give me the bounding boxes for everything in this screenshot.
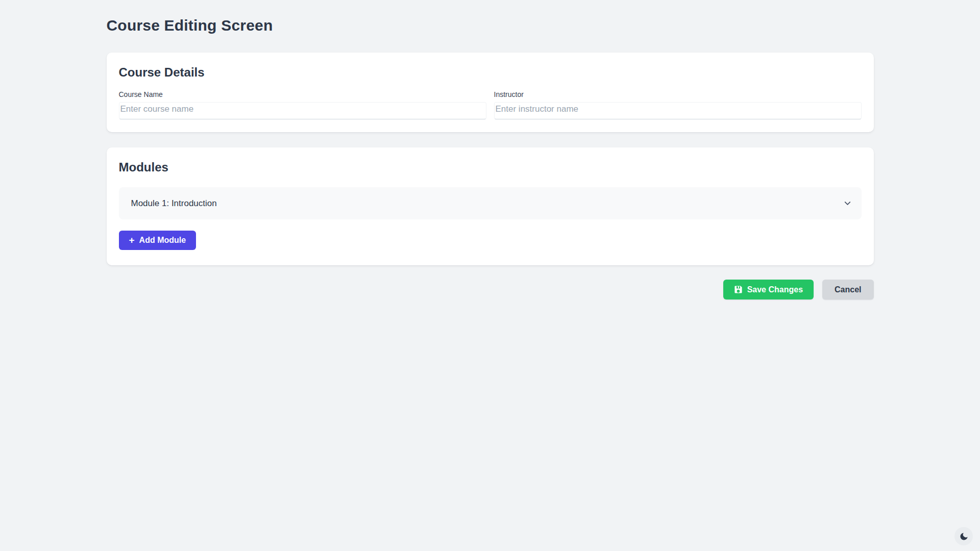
course-name-label: Course Name [119, 90, 486, 98]
main-content: Course Editing Screen Course Details Cou… [107, 0, 874, 265]
theme-toggle-button[interactable] [954, 527, 973, 545]
instructor-label: Instructor [494, 90, 862, 98]
save-icon [734, 285, 743, 294]
cancel-button[interactable]: Cancel [822, 280, 873, 299]
moon-icon [959, 532, 969, 541]
add-module-button[interactable]: + Add Module [119, 231, 197, 250]
course-details-card: Course Details Course Name Instructor [107, 53, 874, 132]
save-changes-label: Save Changes [747, 285, 803, 294]
instructor-field-group: Instructor [494, 90, 862, 119]
course-details-heading: Course Details [119, 65, 862, 80]
modules-card: Modules Module 1: Introduction + Add Mod… [107, 147, 874, 265]
course-name-input[interactable] [119, 102, 486, 119]
chevron-down-icon [843, 198, 852, 208]
cancel-label: Cancel [835, 285, 861, 294]
modules-heading: Modules [119, 160, 862, 174]
module-title: Module 1: Introduction [131, 198, 217, 209]
course-details-fields: Course Name Instructor [119, 90, 862, 119]
instructor-input[interactable] [494, 102, 862, 119]
form-actions: Save Changes Cancel [107, 280, 874, 299]
course-name-field-group: Course Name [119, 90, 486, 119]
save-changes-button[interactable]: Save Changes [723, 280, 814, 299]
page-title: Course Editing Screen [107, 17, 874, 34]
add-module-label: Add Module [139, 236, 186, 245]
plus-icon: + [129, 235, 135, 245]
module-accordion-header[interactable]: Module 1: Introduction [119, 187, 862, 219]
